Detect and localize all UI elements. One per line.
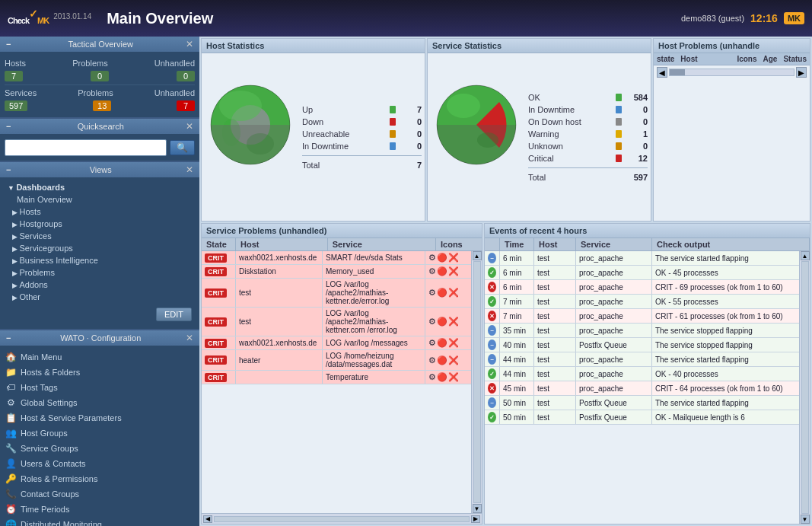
ev-cell-host[interactable]: test [534,352,576,366]
ev-vscroll-down[interactable]: ▼ [801,515,810,524]
ev-cell-host[interactable]: test [534,280,576,294]
wato-item-5[interactable]: 👥Host Groups [0,426,199,441]
sidebar-item-bi[interactable]: Business Intelligence [0,254,199,266]
sp-icon-settings[interactable]: ⚙ [428,355,436,365]
tactical-overview-close[interactable]: ✕ [186,39,193,49]
ev-cell-service[interactable]: proc_apache [576,295,652,308]
sidebar-item-services[interactable]: Services [0,230,199,242]
sidebar-item-problems[interactable]: Problems [0,266,199,279]
sp-icon-alert[interactable]: 🔴 [437,253,447,263]
ev-cell-service[interactable]: proc_apache [576,309,652,323]
ev-cell-host[interactable]: test [534,295,576,308]
host-stat-down-val[interactable]: 0 [400,117,422,126]
ev-cell-host[interactable]: test [534,338,576,352]
sp-cell-service[interactable]: Temperature [323,371,425,384]
wato-item-0[interactable]: 🏠Main Menu [0,349,199,365]
wato-item-8[interactable]: 🔑Roles & Permissions [0,471,199,486]
sp-icon-remove[interactable]: ❌ [448,266,459,276]
wato-item-9[interactable]: 📞Contact Groups [0,486,199,502]
svc-stat-downtime-val[interactable]: 0 [626,105,648,114]
views-header[interactable]: − Views ✕ [0,162,199,178]
ev-cell-host[interactable]: test [534,410,576,424]
sp-icon-remove[interactable]: ❌ [448,338,459,348]
ev-cell-host[interactable]: test [534,266,576,279]
sp-state-badge[interactable]: CRIT [205,267,227,276]
sp-state-badge[interactable]: CRIT [205,355,227,365]
sp-cell-service[interactable]: Memory_used [323,265,425,278]
host-stat-downtime-val[interactable]: 0 [400,142,422,151]
sp-cell-host[interactable]: test [236,279,323,307]
sidebar-item-servicegroups[interactable]: Servicegroups [0,242,199,254]
sp-icon-settings[interactable]: ⚙ [428,372,436,382]
sidebar-item-dashboards[interactable]: Dashboards [0,181,199,193]
tact-services-val[interactable]: 597 [5,100,27,111]
wato-close[interactable]: ✕ [186,333,193,343]
tactical-overview-header[interactable]: − Tactical Overview ✕ [0,37,199,53]
wato-item-10[interactable]: ⏰Time Periods [0,502,199,517]
ev-cell-service[interactable]: proc_apache [576,266,652,279]
ev-cell-host[interactable]: test [534,251,576,265]
tactical-overview-collapse[interactable]: − [6,40,11,49]
ev-cell-service[interactable]: Postfix Queue [576,410,652,424]
sidebar-item-hostgroups[interactable]: Hostgroups [0,218,199,230]
sp-icon-settings[interactable]: ⚙ [428,288,436,298]
hp-scroll-track[interactable] [669,69,794,76]
sp-state-badge[interactable]: CRIT [205,253,227,263]
sp-state-badge[interactable]: CRIT [205,289,227,298]
quicksearch-close[interactable]: ✕ [186,121,193,132]
wato-item-7[interactable]: 👤Users & Contacts [0,456,199,471]
sp-state-badge[interactable]: CRIT [205,373,227,382]
hp-scroll-left[interactable]: ◀ [657,67,667,78]
sidebar-item-addons[interactable]: Addons [0,279,199,291]
wato-item-1[interactable]: 📁Hosts & Folders [0,365,199,380]
edit-views-button[interactable]: EDIT [156,308,192,321]
host-stat-up-val[interactable]: 7 [400,105,422,114]
ev-cell-host[interactable]: test [534,396,576,410]
sp-vscroll-down[interactable]: ▼ [473,504,482,513]
sp-vscroll-up[interactable]: ▲ [473,251,482,260]
sp-cell-service[interactable]: LOG /var/log /apache2/mathias-kettner.co… [323,308,425,336]
sp-icon-alert[interactable]: 🔴 [437,355,447,365]
ev-cell-service[interactable]: Postfix Queue [576,338,652,352]
sp-cell-host[interactable]: heater [236,350,323,370]
tact-hosts-val[interactable]: 7 [5,71,23,81]
tact-hosts-prob-val[interactable]: 0 [91,71,109,81]
sp-cell-host[interactable]: waxh0021.xenhosts.de [236,251,323,264]
ev-cell-service[interactable]: proc_apache [576,367,652,381]
sp-icon-alert[interactable]: 🔴 [437,266,447,276]
quicksearch-collapse[interactable]: − [6,122,11,131]
ev-cell-service[interactable]: proc_apache [576,381,652,395]
wato-item-2[interactable]: 🏷Host Tags [0,380,199,395]
wato-item-11[interactable]: 🌐Distributed Monitoring [0,517,199,526]
ev-cell-service[interactable]: proc_apache [576,324,652,337]
sp-icon-remove[interactable]: ❌ [448,317,459,327]
sp-cell-service[interactable]: LOG /var/log /messages [323,336,425,349]
views-close[interactable]: ✕ [186,164,193,175]
sp-state-badge[interactable]: CRIT [205,339,227,348]
views-collapse[interactable]: − [6,165,11,174]
search-input[interactable] [5,139,167,156]
ev-vscroll-up[interactable]: ▲ [801,251,810,260]
sp-cell-host[interactable] [236,371,323,384]
sp-icon-alert[interactable]: 🔴 [437,288,447,298]
tact-services-prob-val[interactable]: 13 [93,100,111,111]
svc-stat-total-val[interactable]: 597 [626,173,648,182]
sp-icon-alert[interactable]: 🔴 [437,338,447,348]
sidebar-item-other[interactable]: Other [0,291,199,303]
wato-item-6[interactable]: 🔧Service Groups [0,441,199,456]
host-stat-total-val[interactable]: 7 [400,161,422,170]
sp-icon-settings[interactable]: ⚙ [428,317,436,327]
ev-cell-host[interactable]: test [534,324,576,337]
search-button[interactable]: 🔍 [170,140,195,155]
ev-vscroll-track[interactable] [801,261,809,514]
wato-header[interactable]: − WATO · Configuration ✕ [0,330,199,346]
sp-icon-remove[interactable]: ❌ [448,372,459,382]
sp-icon-alert[interactable]: 🔴 [437,372,447,382]
ev-cell-host[interactable]: test [534,367,576,381]
sp-icon-remove[interactable]: ❌ [448,288,459,298]
ev-cell-service[interactable]: proc_apache [576,280,652,294]
ev-cell-host[interactable]: test [534,381,576,395]
svc-stat-crit-val[interactable]: 12 [626,154,648,163]
ev-cell-service[interactable]: proc_apache [576,251,652,265]
wato-collapse[interactable]: − [6,333,11,343]
